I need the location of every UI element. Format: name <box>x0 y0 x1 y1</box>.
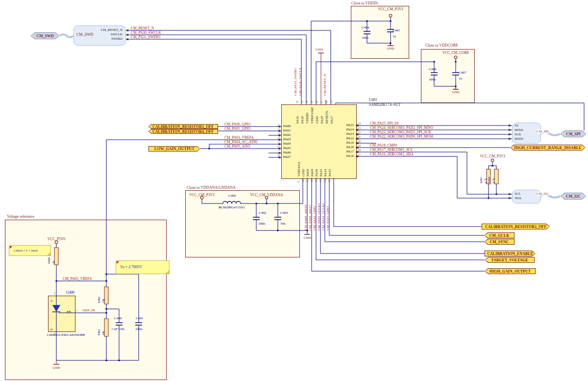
mcu-pin-pa06: PA06 <box>283 151 291 154</box>
pwr-vcc-cm-core: VCC_CM_CORE <box>436 51 475 55</box>
pwr-vcc-cm-p3v3-ana: VCC_CM_P3V3 <box>182 193 221 197</box>
u400-pinnum-3: 3 <box>54 332 55 335</box>
tag-calibration-enable[interactable]: CALIBRATION_ENABLE <box>485 251 536 256</box>
mcu-pin-pa24: PA24 <box>339 127 354 131</box>
port-cm-i2c[interactable]: CM_I2C <box>560 193 587 200</box>
u400-pinnum-1: 1 <box>76 309 77 312</box>
tag-cm-gclk[interactable]: CM_GCLK <box>484 232 514 238</box>
mcu-pin-vddana: VDDANA <box>297 162 301 177</box>
c404-val: 100n <box>362 36 368 40</box>
mcu-pinnum-6: 6 <box>273 145 279 148</box>
mcu-pin-pa09: PA09 <box>310 169 314 177</box>
mcu-pinnum-22: 22 <box>358 131 361 134</box>
inductor-l400[interactable] <box>223 202 241 204</box>
mcu-pin-pa15: PA15 <box>328 169 332 177</box>
mcu-pinnum-24: 24 <box>358 122 361 125</box>
mcu-pinnum-23: 23 <box>358 127 361 129</box>
mcu-pinnum-16: 16 <box>328 179 331 182</box>
mcu-pin-pa07: PA07 <box>283 155 291 159</box>
net-cm-pa01-gpio: CM_PA01_GPIO <box>224 127 250 131</box>
net-cm-pa22-mosi: CM_PA22_SERCOM3_PAD0_SPI_MOSI <box>370 134 433 139</box>
c400-ref: C400 <box>114 316 122 320</box>
mcu-pinnum-4: 4 <box>273 136 279 139</box>
mcu-pinnum-30: 30 <box>305 101 308 103</box>
mcu-pinnum-25: 25 <box>330 101 333 103</box>
capacitors[interactable] <box>116 29 459 325</box>
port-cm-swd[interactable]: CM_SWD <box>30 32 60 39</box>
port-cm-spi[interactable]: CM_SPI <box>560 130 587 137</box>
room-vddana-title: Close to VDDANA/GNDANA <box>187 185 236 190</box>
u400-pin-k: K <box>50 329 53 330</box>
mcu-pinnum-18: 18 <box>358 149 361 152</box>
sheet-swd-pin-reset: CM_RESET_N <box>88 28 122 32</box>
net-cm-pa00-gpio: CM_PA00_GPIO <box>224 122 250 127</box>
mcu-pinnum-20: 20 <box>358 140 361 143</box>
net-cm-pa23-sck: CM_PA23_SERCOM3_PAD1_SPI_SCK <box>370 130 431 134</box>
tag-calibration-resistor4-off[interactable]: CALIBRATION_RESISTOR4_OFF <box>148 129 218 134</box>
mcu-pinnum-14: 14 <box>319 179 322 182</box>
wires <box>56 17 584 364</box>
c402-ref: C402 <box>259 211 266 215</box>
tag-cm-sync[interactable]: CM_SYNC <box>484 239 514 245</box>
sheet-swd-pin-swdio: SWDIO <box>88 37 122 41</box>
c405-ref: C405 <box>392 28 400 32</box>
net-cm-pa05-ain5: CM_PA05_AIN5 <box>224 144 250 149</box>
mcu-pin-pa17: PA17 <box>339 150 354 153</box>
tag-calibration-resistor3-off[interactable]: CALIBRATION_RESISTOR3_OFF <box>148 124 218 129</box>
net-vert-pa10: CM_PA10_GPIO <box>313 206 317 230</box>
mcu-pinnum-5: 5 <box>273 141 279 144</box>
mcu-pin-pa28: PA28 <box>320 116 324 124</box>
mcu-pin-pa16: PA16 <box>339 154 354 158</box>
mcu-pinnum-19: 19 <box>358 144 361 147</box>
net-cm-pa03-vrefa-box: CM_PA03_VREFA <box>63 277 92 281</box>
mcu-pinnum-29: 29 <box>310 101 313 103</box>
room-vref-title: Voltage reference <box>7 214 34 219</box>
tag-target-voltage[interactable]: TARGET_VOLTAGE <box>485 257 535 263</box>
tag-calibration-resistor2-off[interactable]: CALIBRATION_RESISTOR2_OFF <box>482 224 550 229</box>
sheet-i2c-pin-scl: SCL <box>514 192 521 196</box>
tag-low-gain-output[interactable]: LOW_GAIN_OUTPUT <box>148 146 200 152</box>
r400-val: 2k <box>52 261 55 264</box>
c406-ref: C406 <box>429 67 436 71</box>
mcu-pin-pa00: PA00 <box>283 124 291 128</box>
note-current-range[interactable]: 1.6mA < I < 2mA <box>9 245 51 256</box>
u400-pin-fb: FB <box>67 310 71 314</box>
net-vert-swdio: CM_PA31_SWDIO <box>294 68 297 96</box>
c401-val: 100n <box>135 327 142 331</box>
schematic-canvas: CM_SWD CM_SWD CM_RESET_N SWCLK SWDIO CM_… <box>0 0 588 381</box>
c403-ref: C403 <box>280 211 288 215</box>
u400-pin-a: A <box>50 300 53 302</box>
r404-val: 4.7k <box>492 178 495 184</box>
r400-ref: R400 <box>48 257 50 264</box>
net-cm-pa17-scl: CM_PA17_SERCOM1_SCL <box>370 148 413 152</box>
mcu-pinnum-17: 17 <box>358 153 361 156</box>
tag-high-gain-output[interactable]: HIGH_GAIN_OUTPUT <box>485 268 536 274</box>
c407-val: 1u <box>459 76 462 80</box>
note-output-voltage[interactable]: Vo = 2.7005V <box>116 260 170 274</box>
gnd-label-vddana: GND <box>300 236 315 240</box>
net-vert-pa15: CM_PA15_GPIO <box>326 206 330 230</box>
mcu-pin-gnd-top: GND <box>315 116 319 124</box>
pwr-vcc-cm-p3v3-vddin: VCC_CM_P3V3 <box>371 7 410 11</box>
mcu-pin-pa14: PA14 <box>323 169 327 177</box>
u400-ref: U400 <box>66 290 74 295</box>
mcu-pinnum-7: 7 <box>273 150 279 152</box>
mcu-pinnum-26: 26 <box>325 101 328 103</box>
mcu-pin-pa27: PA27 <box>330 116 334 124</box>
r403-ref: R403 <box>480 177 483 183</box>
sheet-i2c-pin-sda: SDA <box>514 196 521 200</box>
tag-high-current-range-disable[interactable]: HIGH_CURRENT_RANGE_DISABLE <box>510 145 586 151</box>
c405-val: 1u <box>392 34 396 38</box>
gnd-label-vref: GND <box>49 366 64 370</box>
gnd-label-vddcore: GND <box>448 90 463 94</box>
diode-symbol <box>52 296 60 331</box>
net-vert-pa11: CM_PA11_GCLK5 <box>317 203 321 231</box>
mcu-pinnum-21: 21 <box>358 135 361 138</box>
c403-val: 33n <box>280 222 286 226</box>
net-cm-pa18-cmp0: CM_PA18_CMP0 <box>370 143 397 148</box>
mcu-pinnum-2: 2 <box>273 127 279 130</box>
mcu-pin-vddcore: VDDCORE <box>310 107 314 124</box>
mcu-pinnum-13: 13 <box>315 179 318 182</box>
l400-ref: L400 <box>223 194 241 198</box>
mcu-pin-gnd-bot: GND <box>301 169 305 177</box>
